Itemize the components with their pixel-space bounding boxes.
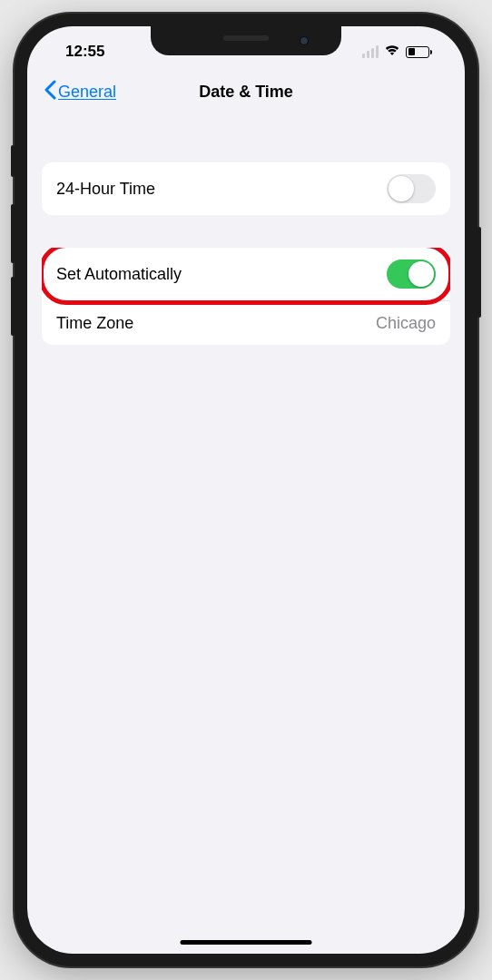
page-title: Date & Time [199,83,293,102]
row-label: 24-Hour Time [56,180,155,199]
toggle-24-hour-time[interactable] [387,174,436,203]
row-set-automatically: Set Automatically [42,248,450,300]
back-label: General [58,83,116,102]
content: 24-Hour Time Set Automatically [27,162,465,345]
status-time: 12:55 [65,43,104,61]
row-24-hour-time: 24-Hour Time [42,162,450,215]
toggle-knob [389,176,414,201]
screen: 12:55 [27,26,465,954]
volume-up-button [11,204,15,263]
row-label: Set Automatically [56,265,182,284]
nav-bar: General Date & Time [27,70,465,121]
phone-frame: 12:55 [15,14,477,966]
row-label: Time Zone [56,314,133,333]
row-time-zone[interactable]: Time Zone Chicago [42,301,450,345]
settings-group-1: 24-Hour Time [42,162,450,215]
battery-icon [406,46,432,58]
settings-group-2: Set Automatically Time Zone Chicago [42,248,450,345]
toggle-set-automatically[interactable] [387,260,436,289]
chevron-left-icon [44,80,56,104]
wifi-icon [384,44,400,60]
volume-down-button [11,277,15,336]
status-right [362,44,432,60]
home-indicator[interactable] [181,940,312,945]
front-camera [300,36,309,45]
speaker [223,35,269,41]
notch [151,26,341,55]
row-value: Chicago [376,314,436,333]
power-button [477,227,481,318]
toggle-knob [408,261,434,287]
silence-switch [11,145,15,177]
cellular-signal-icon [362,45,379,58]
highlighted-row: Set Automatically [42,248,450,300]
back-button[interactable]: General [44,80,116,104]
